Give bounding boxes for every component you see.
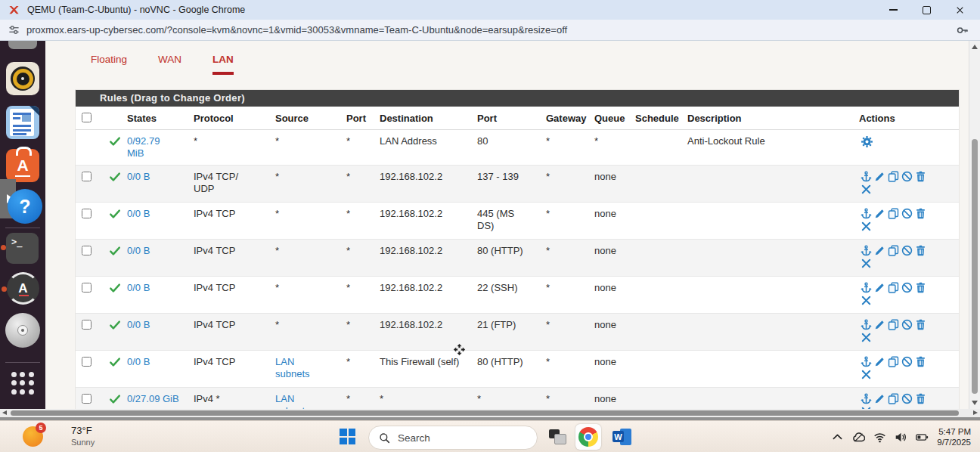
row-checkbox[interactable]	[82, 209, 91, 218]
horizontal-scroll-thumb[interactable]	[11, 410, 959, 416]
dock-item-app-grid[interactable]	[10, 370, 36, 396]
task-view-button[interactable]	[549, 429, 566, 444]
onedrive-cloud-icon[interactable]	[852, 431, 865, 444]
x-icon[interactable]	[861, 369, 872, 380]
states-link[interactable]: 0/0 B	[127, 245, 150, 257]
wifi-icon[interactable]	[873, 431, 886, 444]
anchor-icon[interactable]	[861, 171, 872, 182]
scroll-down-arrow[interactable]	[972, 401, 978, 405]
hidden-icons-chevron-icon[interactable]	[831, 431, 844, 444]
tab-floating[interactable]: Floating	[91, 54, 127, 75]
select-all-checkbox[interactable]	[82, 113, 91, 122]
dock-item-clipped[interactable]	[8, 41, 37, 49]
states-link[interactable]: 0/0 B	[127, 319, 150, 331]
dock-item-rhythmbox[interactable]	[6, 62, 39, 95]
pencil-icon[interactable]	[874, 171, 885, 182]
copy-icon[interactable]	[888, 356, 899, 367]
anchor-icon[interactable]	[861, 208, 872, 219]
dock-item-software-updater[interactable]: A	[7, 272, 39, 305]
battery-icon[interactable]	[916, 431, 929, 444]
cell-dest-port: 21 (FTP)	[473, 314, 541, 351]
copy-icon[interactable]	[888, 171, 899, 182]
tab-lan[interactable]: LAN	[212, 54, 234, 75]
states-link[interactable]: 0/0 B	[127, 171, 150, 183]
anchor-icon[interactable]	[861, 282, 872, 293]
cell-actions	[854, 351, 959, 388]
trash-icon[interactable]	[915, 319, 926, 330]
weather-widget[interactable]: 5	[23, 426, 43, 447]
x-icon[interactable]	[861, 332, 872, 343]
states-link[interactable]: 0/0 B	[127, 282, 150, 294]
weather-text[interactable]: 73°F Sunny	[71, 425, 95, 447]
row-checkbox[interactable]	[82, 283, 91, 293]
ban-icon[interactable]	[901, 393, 913, 404]
row-checkbox[interactable]	[82, 246, 91, 255]
copy-icon[interactable]	[888, 393, 899, 404]
states-link[interactable]: 0/27.09 GiB	[127, 393, 179, 405]
trash-icon[interactable]	[915, 356, 926, 367]
pencil-icon[interactable]	[874, 208, 885, 219]
states-link[interactable]: 0/92.79 MiB	[127, 135, 168, 159]
copy-icon[interactable]	[888, 319, 899, 330]
address-bar[interactable]: proxmox.ears-up-cybersec.com/?console=kv…	[26, 24, 567, 36]
taskbar-clock[interactable]: 5:47 PM 9/7/2025	[937, 426, 971, 447]
states-link[interactable]: 0/0 B	[127, 356, 150, 368]
ban-icon[interactable]	[901, 319, 913, 330]
taskbar-search[interactable]: Search	[368, 426, 538, 450]
pencil-icon[interactable]	[874, 356, 885, 367]
x-icon[interactable]	[861, 184, 872, 195]
ban-icon[interactable]	[901, 171, 913, 182]
trash-icon[interactable]	[915, 245, 926, 256]
scroll-left-arrow[interactable]	[2, 410, 7, 415]
trash-icon[interactable]	[915, 171, 926, 182]
chrome-taskbar-button[interactable]	[575, 424, 601, 450]
copy-icon[interactable]	[888, 245, 899, 256]
pencil-icon[interactable]	[874, 393, 885, 404]
dock-item-cd-disc[interactable]	[5, 313, 40, 348]
close-button[interactable]	[954, 5, 965, 15]
ban-icon[interactable]	[901, 208, 913, 219]
anchor-icon[interactable]	[861, 319, 872, 330]
row-checkbox[interactable]	[82, 172, 91, 181]
dock-item-help[interactable]: ?	[8, 189, 42, 224]
dock-item-terminal[interactable]: >_	[6, 233, 39, 264]
x-icon[interactable]	[861, 295, 872, 306]
row-checkbox[interactable]	[82, 394, 91, 404]
cell-destination: 192.168.102.2	[375, 277, 473, 314]
word-taskbar-button[interactable]: W	[612, 428, 631, 446]
minimize-button[interactable]	[888, 5, 898, 15]
source-link[interactable]: LAN subnets	[275, 356, 316, 380]
trash-icon[interactable]	[915, 393, 926, 404]
anchor-icon[interactable]	[861, 245, 872, 256]
password-key-icon[interactable]	[957, 24, 969, 36]
source-link[interactable]: LAN subnets	[275, 393, 316, 409]
row-checkbox[interactable]	[82, 320, 91, 330]
ban-icon[interactable]	[901, 356, 913, 367]
trash-icon[interactable]	[915, 208, 926, 219]
states-link[interactable]: 0/0 B	[127, 208, 150, 220]
x-icon[interactable]	[861, 258, 872, 269]
anchor-icon[interactable]	[861, 393, 872, 404]
trash-icon[interactable]	[915, 282, 926, 293]
copy-icon[interactable]	[888, 282, 899, 293]
site-settings-icon[interactable]	[8, 24, 20, 36]
gear-icon[interactable]	[861, 135, 873, 148]
anchor-icon[interactable]	[861, 356, 872, 367]
start-button[interactable]	[340, 429, 355, 444]
scroll-up-arrow[interactable]	[972, 45, 978, 49]
row-checkbox[interactable]	[82, 357, 91, 367]
scroll-right-arrow[interactable]	[973, 410, 978, 415]
pencil-icon[interactable]	[874, 245, 885, 256]
pencil-icon[interactable]	[874, 319, 885, 330]
ban-icon[interactable]	[901, 282, 913, 293]
tab-wan[interactable]: WAN	[158, 54, 181, 75]
maximize-button[interactable]	[921, 5, 932, 15]
pencil-icon[interactable]	[874, 282, 885, 293]
dock-item-ubuntu-software[interactable]: A	[6, 149, 39, 182]
x-icon[interactable]	[861, 221, 872, 232]
vertical-scroll-thumb[interactable]	[972, 139, 978, 394]
ban-icon[interactable]	[901, 245, 913, 256]
copy-icon[interactable]	[888, 208, 899, 219]
volume-icon[interactable]	[895, 431, 907, 444]
dock-item-libreoffice-writer[interactable]	[6, 106, 39, 139]
